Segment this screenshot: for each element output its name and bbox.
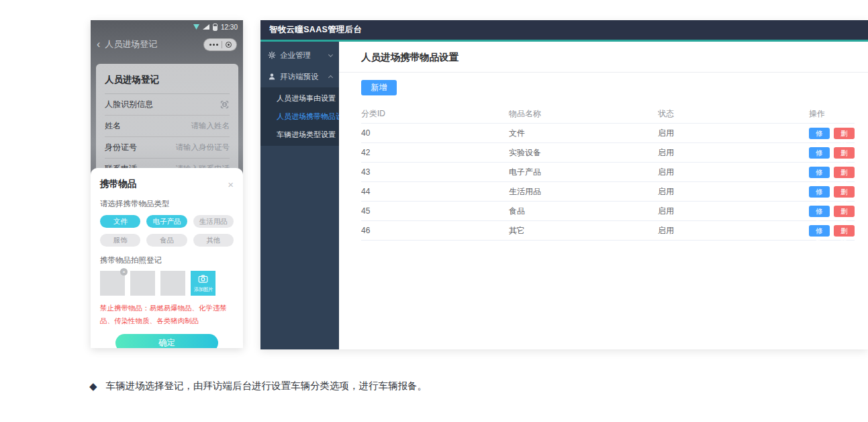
back-icon[interactable]: ‹ bbox=[97, 39, 100, 50]
column-header: 状态 bbox=[658, 108, 809, 120]
more-icon[interactable] bbox=[213, 44, 215, 46]
edit-button[interactable]: 修改 bbox=[809, 225, 830, 237]
sidebar-subitem[interactable]: 人员进场事由设置 bbox=[260, 89, 339, 108]
cell-status: 启用 bbox=[658, 128, 809, 139]
mobile-screenshot: 12:30 ‹ 人员进场登记 人员进场登记 人脸识别信息姓名请输入姓名身份证号请… bbox=[91, 20, 243, 348]
exit-icon[interactable] bbox=[226, 42, 232, 48]
main-content: 人员进场携带物品设置 新增 分类ID物品名称状态操作40文件启用修改删除42实验… bbox=[339, 42, 868, 349]
field-placeholder: 请输入姓名 bbox=[191, 121, 230, 131]
add-photo-button[interactable]: 添加图片 bbox=[191, 271, 215, 296]
capsule-divider bbox=[222, 41, 222, 48]
field-label: 姓名 bbox=[105, 120, 121, 132]
column-header: 操作 bbox=[809, 108, 855, 120]
app-title: 智牧云瞳SAAS管理后台 bbox=[269, 24, 362, 36]
remove-photo-icon[interactable]: × bbox=[120, 268, 128, 276]
cell-name: 其它 bbox=[509, 225, 658, 237]
item-type-chip[interactable]: 电子产品 bbox=[146, 215, 187, 228]
edit-button[interactable]: 修改 bbox=[809, 186, 830, 198]
add-photo-label: 添加图片 bbox=[193, 286, 213, 293]
item-type-label: 请选择携带物品类型 bbox=[100, 199, 234, 209]
item-type-chip[interactable]: 服饰 bbox=[100, 234, 140, 247]
cell-id: 42 bbox=[361, 148, 509, 157]
delete-button[interactable]: 删除 bbox=[834, 167, 855, 178]
sidebar-item[interactable]: 拜访端预设 bbox=[260, 66, 339, 87]
photo-placeholder[interactable] bbox=[160, 271, 185, 296]
nav-title: 人员进场登记 bbox=[105, 38, 157, 50]
wifi-icon bbox=[193, 24, 199, 30]
photo-placeholder[interactable]: × bbox=[100, 271, 125, 296]
carried-items-modal: 携带物品 × 请选择携带物品类型 文件电子产品生活用品服饰食品其他 携带物品拍照… bbox=[91, 168, 243, 348]
cell-status: 启用 bbox=[658, 225, 809, 237]
cell-name: 生活用品 bbox=[509, 186, 658, 198]
item-type-chip[interactable]: 其他 bbox=[193, 234, 234, 247]
field-label: 身份证号 bbox=[105, 142, 137, 153]
photo-placeholder[interactable] bbox=[130, 271, 155, 296]
item-type-chip[interactable]: 文件 bbox=[100, 215, 140, 228]
item-type-chip[interactable]: 生活用品 bbox=[193, 215, 234, 228]
form-card-title: 人员进场登记 bbox=[105, 64, 230, 94]
delete-button[interactable]: 删除 bbox=[834, 128, 855, 139]
edit-button[interactable]: 修改 bbox=[809, 167, 830, 178]
table-row: 40文件启用修改删除 bbox=[361, 124, 855, 143]
nav-bar: ‹ 人员进场登记 bbox=[91, 34, 243, 55]
table-row: 45食品启用修改删除 bbox=[361, 202, 855, 221]
close-icon[interactable]: × bbox=[228, 179, 234, 189]
table-row: 43电子产品启用修改删除 bbox=[361, 163, 855, 182]
cell-actions: 修改删除 bbox=[809, 186, 855, 198]
table-row: 44生活用品启用修改删除 bbox=[361, 182, 855, 202]
chevron-down-icon bbox=[328, 52, 333, 56]
cell-actions: 修改删除 bbox=[809, 167, 855, 178]
field-label: 人脸识别信息 bbox=[105, 99, 153, 110]
cell-name: 电子产品 bbox=[509, 167, 658, 178]
sidebar: 企业管理拜访端预设人员进场事由设置人员进场携带物品设置车辆进场类型设置 bbox=[260, 42, 339, 349]
gear-icon bbox=[267, 51, 276, 60]
face-scan-icon[interactable] bbox=[220, 99, 230, 110]
form-field-row[interactable]: 身份证号请输入身份证号 bbox=[105, 137, 230, 159]
signal-icon bbox=[203, 24, 209, 30]
add-button[interactable]: 新增 bbox=[361, 80, 397, 95]
miniprogram-capsule[interactable] bbox=[203, 38, 237, 51]
sidebar-subitem[interactable]: 人员进场携带物品设置 bbox=[260, 108, 339, 126]
confirm-button[interactable]: 确定 bbox=[115, 334, 218, 348]
page-title: 人员进场携带物品设置 bbox=[339, 42, 868, 73]
sidebar-item-label: 拜访端预设 bbox=[280, 72, 325, 82]
sidebar-item-label: 企业管理 bbox=[280, 50, 325, 60]
column-header: 物品名称 bbox=[509, 108, 658, 120]
sidebar-submenu: 人员进场事由设置人员进场携带物品设置车辆进场类型设置 bbox=[260, 87, 339, 146]
delete-button[interactable]: 删除 bbox=[834, 186, 855, 198]
camera-icon bbox=[198, 273, 208, 286]
modal-title: 携带物品 bbox=[100, 178, 136, 190]
form-field-row[interactable]: 姓名请输入姓名 bbox=[105, 116, 230, 137]
cell-id: 44 bbox=[361, 187, 509, 196]
delete-button[interactable]: 删除 bbox=[834, 206, 855, 217]
cell-id: 46 bbox=[361, 226, 509, 235]
delete-button[interactable]: 删除 bbox=[834, 225, 855, 237]
page: 12:30 ‹ 人员进场登记 人员进场登记 人脸识别信息姓名请输入姓名身份证号请… bbox=[0, 0, 868, 422]
cell-name: 食品 bbox=[509, 206, 658, 217]
delete-button[interactable]: 删除 bbox=[834, 147, 855, 159]
photo-section-label: 携带物品拍照登记 bbox=[100, 255, 234, 265]
field-placeholder: 请输入身份证号 bbox=[176, 142, 230, 153]
edit-button[interactable]: 修改 bbox=[809, 128, 830, 139]
edit-button[interactable]: 修改 bbox=[809, 206, 830, 217]
cell-actions: 修改删除 bbox=[809, 206, 855, 217]
cell-id: 45 bbox=[361, 206, 509, 216]
cell-id: 43 bbox=[361, 167, 509, 177]
sidebar-item[interactable]: 企业管理 bbox=[260, 44, 339, 66]
cell-name: 文件 bbox=[509, 128, 658, 139]
table-header-row: 分类ID物品名称状态操作 bbox=[361, 104, 855, 124]
sidebar-subitem[interactable]: 车辆进场类型设置 bbox=[260, 126, 339, 144]
cell-status: 启用 bbox=[658, 186, 809, 198]
edit-button[interactable]: 修改 bbox=[809, 147, 830, 159]
table-row: 46其它启用修改删除 bbox=[361, 221, 855, 241]
items-table: 分类ID物品名称状态操作40文件启用修改删除42实验设备启用修改删除43电子产品… bbox=[361, 104, 855, 241]
table-row: 42实验设备启用修改删除 bbox=[361, 143, 855, 163]
item-type-chip[interactable]: 食品 bbox=[146, 234, 187, 247]
prohibited-items-warning: 禁止携带物品：易燃易爆物品、化学违禁品、传染性物质、各类猪肉制品 bbox=[100, 302, 234, 327]
form-field-row[interactable]: 人脸识别信息 bbox=[105, 94, 230, 116]
caption: ◆ 车辆进场选择登记，由拜访端后台进行设置车辆分类选项，进行车辆报备。 bbox=[89, 380, 427, 392]
cell-actions: 修改删除 bbox=[809, 128, 855, 139]
admin-screenshot: 智牧云瞳SAAS管理后台 企业管理拜访端预设人员进场事由设置人员进场携带物品设置… bbox=[260, 20, 868, 349]
caption-text: 车辆进场选择登记，由拜访端后台进行设置车辆分类选项，进行车辆报备。 bbox=[106, 380, 428, 392]
cell-status: 启用 bbox=[658, 206, 809, 217]
